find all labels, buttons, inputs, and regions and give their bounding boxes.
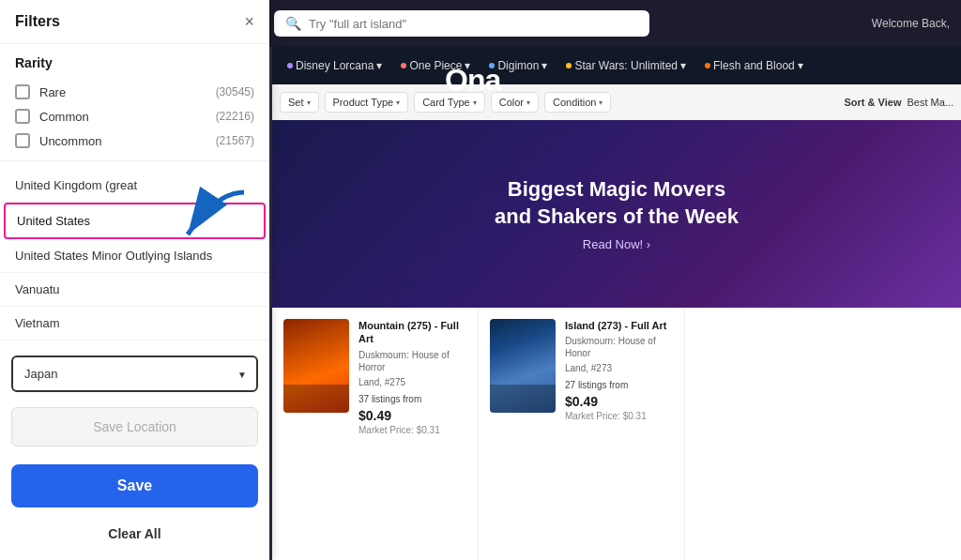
rarity-left-common: Common: [15, 109, 89, 124]
read-now-link[interactable]: Read Now! ›: [495, 237, 739, 251]
card-market-0: Market Price: $0.31: [358, 425, 466, 435]
card-title-1: Island (273) - Full Art: [565, 319, 673, 332]
rarity-left-uncommon: Uncommon: [15, 133, 101, 148]
card-info-0: Mountain (275) - Full Art Duskmourn: Hou…: [358, 319, 466, 549]
filter-color-label: Color: [499, 97, 524, 108]
product-card-1[interactable]: Island (273) - Full Art Duskmourn: House…: [479, 308, 685, 560]
country-item-uk[interactable]: United Kingdom (great: [0, 169, 269, 203]
filter-title: Filters: [15, 13, 60, 30]
cat-nav-fleshandblood[interactable]: Flesh and Blood ▾: [697, 55, 811, 76]
country-item-us[interactable]: United States: [4, 203, 266, 239]
country-select[interactable]: Japan: [11, 356, 258, 392]
product-card-0[interactable]: Mountain (275) - Full Art Duskmourn: Hou…: [272, 308, 479, 560]
card-image-island: [490, 319, 556, 413]
producttype-chevron-icon: ▾: [396, 98, 400, 107]
filter-bar: Set ▾ Product Type ▾ Card Type ▾ Color ▾…: [272, 84, 961, 120]
card-type-0: Land, #275: [358, 376, 466, 388]
rarity-label: Rarity: [15, 55, 254, 70]
card-title-0: Mountain (275) - Full Art: [358, 319, 466, 346]
filter-set-label: Set: [288, 97, 304, 108]
country-item-usmi[interactable]: United States Minor Outlying Islands: [0, 239, 269, 273]
card-subtitle-0: Duskmourn: House of Horror: [358, 349, 466, 373]
filter-producttype-button[interactable]: Product Type ▾: [325, 92, 409, 113]
cat-nav-fab-label: Flesh and Blood: [713, 59, 795, 72]
country-list: United Kingdom (great United States Unit…: [0, 169, 269, 341]
ona-banner: Ona: [445, 63, 500, 98]
rarity-count-common: (22216): [216, 110, 254, 123]
cat-nav-starwars-label: Star Wars: Unlimited: [574, 59, 678, 72]
cat-nav-digimon-label: Digimon: [497, 59, 539, 72]
digimon-chevron: ▾: [542, 59, 547, 72]
search-icon: 🔍: [285, 16, 301, 31]
products-area: Mountain (275) - Full Art Duskmourn: Hou…: [272, 308, 961, 560]
rarity-item-rare: Rare (30545): [15, 80, 254, 104]
condition-chevron-icon: ▾: [599, 98, 603, 107]
hero-banner: Biggest Magic Movers and Shakers of the …: [272, 120, 961, 308]
rarity-name-rare: Rare: [39, 85, 66, 99]
fab-dot: [705, 63, 710, 68]
rarity-item-uncommon: Uncommon (21567): [15, 129, 254, 153]
starwars-dot: [566, 63, 572, 68]
rarity-section: Rarity Rare (30545) Common (22216) Uncom…: [0, 44, 269, 161]
filter-condition-button[interactable]: Condition ▾: [544, 92, 611, 113]
country-item-vanuatu[interactable]: Vanuatu: [0, 273, 269, 307]
search-box[interactable]: 🔍: [274, 10, 649, 37]
search-input[interactable]: [309, 17, 638, 31]
color-chevron-icon: ▾: [526, 98, 530, 107]
card-listings-0: 37 listings from: [358, 394, 466, 404]
sort-view-label: Sort & View: [845, 97, 902, 108]
rarity-checkbox-uncommon[interactable]: [15, 133, 30, 148]
hero-text-block: Biggest Magic Movers and Shakers of the …: [495, 176, 739, 251]
close-button[interactable]: ×: [244, 13, 254, 30]
read-now-chevron-icon: ›: [647, 237, 650, 251]
card-listings-1: 27 listings from: [565, 380, 673, 390]
rarity-checkbox-common[interactable]: [15, 109, 30, 124]
category-nav: Disney Lorcana ▾ One Piece ▾ Digimon ▾ S…: [272, 47, 961, 84]
cat-nav-lorcana[interactable]: Disney Lorcana ▾: [280, 55, 389, 76]
bottom-buttons: Save Clear All: [0, 457, 269, 560]
cat-nav-lorcana-label: Disney Lorcana: [296, 59, 374, 72]
lorcana-dot: [287, 63, 293, 68]
starwars-chevron: ▾: [680, 59, 686, 72]
lorcana-chevron: ▾: [376, 59, 382, 72]
welcome-text: Welcome Back,: [872, 17, 950, 30]
card-info-1: Island (273) - Full Art Duskmourn: House…: [565, 319, 673, 549]
hero-headline: Biggest Magic Movers and Shakers of the …: [495, 176, 739, 230]
card-image-mountain: [283, 319, 349, 413]
onepiece-dot: [401, 63, 406, 68]
rarity-item-common: Common (22216): [15, 104, 254, 129]
country-dropdown-section: United Kingdom (great United States Unit…: [0, 161, 269, 348]
rarity-name-common: Common: [39, 110, 89, 124]
save-location-button[interactable]: Save Location: [11, 407, 258, 446]
card-market-1: Market Price: $0.31: [565, 411, 673, 421]
card-type-1: Land, #273: [565, 362, 673, 374]
card-subtitle-1: Duskmourn: House of Honor: [565, 335, 673, 359]
country-item-vietnam[interactable]: Vietnam: [0, 307, 269, 341]
rarity-count-rare: (30545): [216, 85, 254, 98]
rarity-name-uncommon: Uncommon: [39, 134, 101, 148]
cardtype-chevron-icon: ▾: [473, 98, 477, 107]
cat-nav-starwars[interactable]: Star Wars: Unlimited ▾: [558, 55, 694, 76]
filter-panel: Filters × Rarity Rare (30545) Common (22…: [0, 0, 269, 560]
filter-cardtype-label: Card Type: [422, 97, 470, 108]
rarity-checkbox-rare[interactable]: [15, 84, 30, 99]
best-match-label: Best Ma...: [907, 97, 953, 108]
filter-header: Filters ×: [0, 0, 269, 44]
card-price-0: $0.49: [358, 408, 466, 423]
rarity-left-rare: Rare: [15, 84, 66, 99]
save-button[interactable]: Save: [11, 464, 258, 507]
set-chevron-icon: ▾: [307, 98, 311, 107]
card-price-1: $0.49: [565, 394, 673, 409]
fab-chevron: ▾: [798, 59, 803, 72]
rarity-count-uncommon: (21567): [216, 134, 254, 147]
filter-set-button[interactable]: Set ▾: [280, 92, 319, 113]
filter-producttype-label: Product Type: [333, 97, 394, 108]
filter-condition-label: Condition: [553, 97, 596, 108]
clear-all-button[interactable]: Clear All: [11, 515, 258, 552]
country-select-wrap: Japan ▼: [11, 356, 258, 392]
